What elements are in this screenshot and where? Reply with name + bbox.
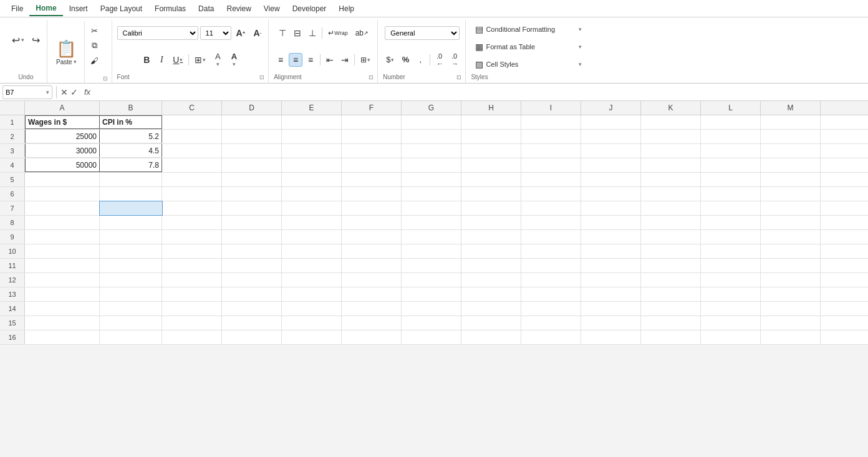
col-header-c[interactable]: C (162, 101, 222, 115)
cell-j11[interactable] (581, 259, 641, 272)
menu-formulas[interactable]: Formulas (148, 2, 192, 16)
cell-c9[interactable] (162, 230, 222, 244)
cell-j5[interactable] (581, 173, 641, 186)
cell-e8[interactable] (282, 216, 342, 229)
font-color-button[interactable]: A ▾ (226, 53, 241, 67)
cell-h16[interactable] (461, 330, 521, 344)
cell-b1[interactable]: CPI in % (100, 115, 162, 129)
cell-m13[interactable] (761, 287, 821, 301)
cell-d11[interactable] (222, 259, 282, 272)
cell-b11[interactable] (100, 259, 162, 272)
cell-c4[interactable] (162, 158, 222, 172)
menu-home[interactable]: Home (29, 1, 62, 16)
cell-a10[interactable] (25, 244, 100, 258)
cell-l12[interactable] (701, 273, 761, 287)
cell-reference-box[interactable]: B7 ▾ (2, 85, 52, 99)
cell-m9[interactable] (761, 230, 821, 244)
cell-i14[interactable] (521, 302, 581, 315)
cell-a12[interactable] (25, 273, 100, 287)
cell-i5[interactable] (521, 173, 581, 186)
cell-i10[interactable] (521, 244, 581, 258)
cell-m10[interactable] (761, 244, 821, 258)
cell-g8[interactable] (402, 216, 461, 229)
cell-h5[interactable] (461, 173, 521, 186)
cell-d8[interactable] (222, 216, 282, 229)
cell-m7[interactable] (761, 201, 821, 215)
cell-f16[interactable] (342, 330, 402, 344)
cell-m4[interactable] (761, 158, 821, 172)
alignment-expand-icon[interactable]: ⊡ (369, 74, 374, 80)
percent-button[interactable]: % (398, 53, 412, 67)
cell-c13[interactable] (162, 287, 222, 301)
cell-b2[interactable]: 5.2 (100, 130, 162, 143)
format-painter-button[interactable]: 🖌 (87, 54, 102, 67)
borders-button[interactable]: ⊞ ▾ (191, 53, 209, 67)
cell-e2[interactable] (282, 130, 342, 143)
cell-b16[interactable] (100, 330, 162, 344)
col-header-f[interactable]: F (342, 101, 402, 115)
cell-b7[interactable] (100, 201, 162, 215)
cell-b12[interactable] (100, 273, 162, 287)
cell-b15[interactable] (100, 316, 162, 330)
cell-a4[interactable]: 50000 (25, 158, 100, 172)
align-left-button[interactable]: ≡ (274, 53, 287, 67)
cell-k16[interactable] (641, 330, 701, 344)
align-top-button[interactable]: ⊤ (276, 26, 289, 40)
cell-d16[interactable] (222, 330, 282, 344)
conditional-formatting-button[interactable]: ▤ Conditional Formatting ▾ (471, 21, 586, 37)
col-header-k[interactable]: K (641, 101, 701, 115)
cell-f13[interactable] (342, 287, 402, 301)
menu-insert[interactable]: Insert (63, 2, 94, 16)
comma-button[interactable]: , (413, 53, 427, 67)
wrap-text-button[interactable]: ↵ Wrap (325, 26, 350, 40)
cell-c8[interactable] (162, 216, 222, 229)
cell-j4[interactable] (581, 158, 641, 172)
cell-b4[interactable]: 7.8 (100, 158, 162, 172)
cell-c2[interactable] (162, 130, 222, 143)
cell-b9[interactable] (100, 230, 162, 244)
align-bottom-button[interactable]: ⊥ (306, 26, 319, 40)
cell-i2[interactable] (521, 130, 581, 143)
cell-e11[interactable] (282, 259, 342, 272)
cell-f2[interactable] (342, 130, 402, 143)
cell-m15[interactable] (761, 316, 821, 330)
cell-k12[interactable] (641, 273, 701, 287)
cell-l16[interactable] (701, 330, 761, 344)
cell-c1[interactable] (162, 115, 222, 129)
cell-l5[interactable] (701, 173, 761, 186)
cell-l11[interactable] (701, 259, 761, 272)
copy-button[interactable]: ⧉ (87, 39, 102, 52)
cell-a15[interactable] (25, 316, 100, 330)
cell-a1[interactable]: Wages in $ (25, 115, 100, 129)
cell-l13[interactable] (701, 287, 761, 301)
cell-g13[interactable] (402, 287, 461, 301)
cell-b14[interactable] (100, 302, 162, 315)
cell-e3[interactable] (282, 144, 342, 158)
cell-h10[interactable] (461, 244, 521, 258)
number-format-select[interactable]: General (385, 26, 460, 40)
cell-d7[interactable] (222, 201, 282, 215)
cell-g14[interactable] (402, 302, 461, 315)
cell-l7[interactable] (701, 201, 761, 215)
cell-a5[interactable] (25, 173, 100, 186)
cell-g6[interactable] (402, 187, 461, 201)
align-middle-button[interactable]: ⊟ (291, 26, 304, 40)
cell-m11[interactable] (761, 259, 821, 272)
cell-f15[interactable] (342, 316, 402, 330)
cell-g7[interactable] (402, 201, 461, 215)
row-num-6[interactable]: 6 (0, 187, 25, 201)
cell-k5[interactable] (641, 173, 701, 186)
cell-c3[interactable] (162, 144, 222, 158)
cell-j13[interactable] (581, 287, 641, 301)
cell-b6[interactable] (100, 187, 162, 201)
cell-l1[interactable] (701, 115, 761, 129)
cell-c16[interactable] (162, 330, 222, 344)
cell-h6[interactable] (461, 187, 521, 201)
cell-j14[interactable] (581, 302, 641, 315)
row-num-14[interactable]: 14 (0, 302, 25, 315)
menu-view[interactable]: View (258, 2, 286, 16)
cell-e16[interactable] (282, 330, 342, 344)
row-num-3[interactable]: 3 (0, 144, 25, 158)
cell-k10[interactable] (641, 244, 701, 258)
cell-f11[interactable] (342, 259, 402, 272)
